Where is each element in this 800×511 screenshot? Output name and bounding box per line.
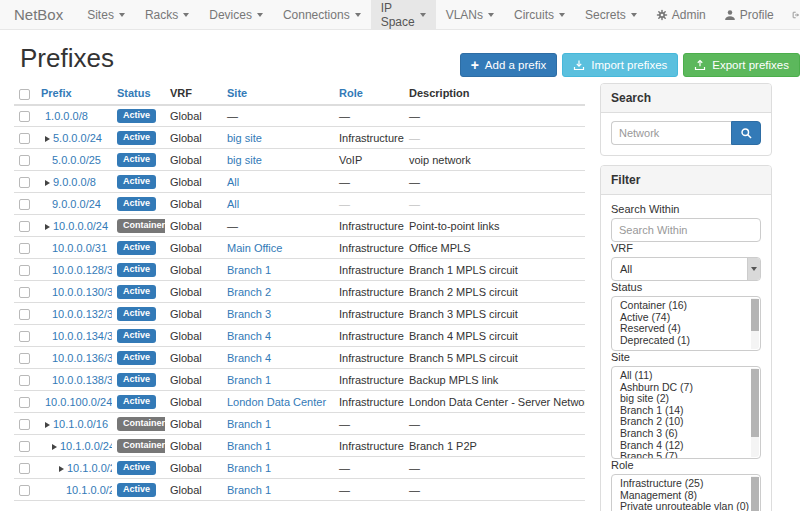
site-link[interactable]: Branch 4 — [227, 330, 271, 342]
site-link[interactable]: Branch 1 — [227, 484, 271, 496]
site-link[interactable]: Branch 2 — [227, 286, 271, 298]
row-checkbox[interactable] — [19, 199, 30, 210]
status-option[interactable]: Container (16) — [612, 300, 760, 312]
prefix-link[interactable]: 9.0.0.0/8 — [53, 176, 96, 188]
site-option[interactable]: All (11) — [612, 370, 760, 382]
prefix-link[interactable]: 10.0.0.136/31 — [52, 352, 112, 364]
row-checkbox[interactable] — [19, 155, 30, 166]
site-link[interactable]: Branch 1 — [227, 418, 271, 430]
role-option[interactable]: Private unrouteable vlan (0) — [612, 501, 760, 511]
prefix-link[interactable]: 1.0.0.0/8 — [45, 110, 88, 122]
site-link[interactable]: big site — [227, 132, 262, 144]
nav-item-admin[interactable]: Admin — [647, 0, 715, 29]
row-checkbox[interactable] — [19, 375, 30, 386]
site-option[interactable]: Branch 5 (7) — [612, 451, 760, 459]
add-prefix-button[interactable]: + Add a prefix — [460, 53, 558, 77]
prefix-link[interactable]: 5.0.0.0/25 — [52, 154, 101, 166]
nav-item-connections[interactable]: Connections — [273, 0, 371, 29]
vrf-select-dropdown-button[interactable] — [747, 258, 760, 280]
row-checkbox[interactable] — [19, 353, 30, 364]
row-checkbox[interactable] — [19, 331, 30, 342]
prefix-link[interactable]: 10.0.0.128/31 — [52, 264, 112, 276]
prefix-link[interactable]: 10.0.0.132/31 — [52, 308, 112, 320]
role-filter-listbox[interactable]: Infrastructure (25)Management (8)Private… — [611, 474, 761, 511]
search-within-input[interactable] — [611, 218, 761, 242]
status-option[interactable]: Deprecated (1) — [612, 335, 760, 347]
row-checkbox[interactable] — [19, 463, 30, 474]
prefix-link[interactable]: 10.1.0.0/26 — [66, 484, 112, 496]
row-checkbox[interactable] — [19, 419, 30, 430]
column-header-prefix[interactable]: Prefix — [36, 83, 112, 105]
nav-item-devices[interactable]: Devices — [199, 0, 273, 29]
nav-item-secrets[interactable]: Secrets — [575, 0, 647, 29]
site-filter-listbox[interactable]: All (11)Ashburn DC (7)big site (2)Branch… — [611, 366, 761, 459]
nav-item-profile[interactable]: Profile — [715, 0, 783, 29]
prefix-link[interactable]: 10.0.0.0/31 — [52, 242, 107, 254]
row-checkbox[interactable] — [19, 177, 30, 188]
status-badge: Active — [117, 329, 156, 343]
row-checkbox[interactable] — [19, 441, 30, 452]
site-link[interactable]: All — [227, 176, 239, 188]
scrollbar-thumb[interactable] — [751, 477, 759, 511]
nav-item-ip-space[interactable]: IP Space — [371, 0, 436, 29]
site-option[interactable]: Branch 3 (6) — [612, 428, 760, 440]
site-link[interactable]: All — [227, 198, 239, 210]
role-option[interactable]: Infrastructure (25) — [612, 478, 760, 490]
logout-icon — [792, 9, 799, 21]
site-link[interactable]: Branch 1 — [227, 440, 271, 452]
row-checkbox[interactable] — [19, 111, 30, 122]
table-row: 10.0.0.0/31ActiveGlobalMain OfficeInfras… — [14, 237, 585, 259]
site-link[interactable]: Branch 1 — [227, 374, 271, 386]
status-badge: Active — [117, 483, 156, 497]
site-link[interactable]: Branch 3 — [227, 308, 271, 320]
row-checkbox[interactable] — [19, 265, 30, 276]
prefix-link[interactable]: 10.1.0.0/16 — [53, 418, 108, 430]
scrollbar-thumb[interactable] — [751, 299, 759, 331]
row-checkbox[interactable] — [19, 221, 30, 232]
site-link[interactable]: Branch 1 — [227, 264, 271, 276]
prefix-link[interactable]: 10.0.100.0/24 — [45, 396, 112, 408]
row-checkbox[interactable] — [19, 287, 30, 298]
row-checkbox[interactable] — [19, 133, 30, 144]
site-link[interactable]: big site — [227, 154, 262, 166]
prefix-link[interactable]: 9.0.0.0/24 — [52, 198, 101, 210]
row-checkbox[interactable] — [19, 485, 30, 496]
vrf-select[interactable]: All — [611, 257, 761, 281]
search-input[interactable] — [611, 121, 731, 145]
column-header-status[interactable]: Status — [112, 83, 165, 105]
prefix-link[interactable]: 10.0.0.130/31 — [52, 286, 112, 298]
prefix-link[interactable]: 10.1.0.0/24 — [60, 440, 112, 452]
table-row: 10.1.0.0/24ContainerGlobalBranch 1Infras… — [14, 435, 585, 457]
row-checkbox[interactable] — [19, 397, 30, 408]
export-prefixes-button[interactable]: Export prefixes — [683, 53, 800, 77]
vrf-value: Global — [170, 132, 202, 144]
nav-item-sites[interactable]: Sites — [77, 0, 135, 29]
prefix-table-container: Prefix Status VRF Site Role Description … — [14, 83, 585, 501]
column-header-site[interactable]: Site — [222, 83, 334, 105]
nav-item-log-out[interactable]: Log out — [783, 0, 800, 29]
nav-item-racks[interactable]: Racks — [135, 0, 199, 29]
scrollbar-thumb[interactable] — [751, 369, 759, 437]
prefix-link[interactable]: 10.0.0.138/31 — [52, 374, 112, 386]
column-header-role[interactable]: Role — [334, 83, 404, 105]
site-value: — — [227, 110, 238, 122]
nav-item-circuits[interactable]: Circuits — [504, 0, 575, 29]
table-row: 10.0.0.132/31ActiveGlobalBranch 3Infrast… — [14, 303, 585, 325]
import-prefixes-button[interactable]: Import prefixes — [562, 53, 678, 77]
prefix-link[interactable]: 10.0.0.134/31 — [52, 330, 112, 342]
row-checkbox[interactable] — [19, 309, 30, 320]
site-link[interactable]: Branch 1 — [227, 462, 271, 474]
site-link[interactable]: Main Office — [227, 242, 282, 254]
row-checkbox[interactable] — [19, 243, 30, 254]
prefix-link[interactable]: 10.1.0.0/25 — [67, 462, 112, 474]
nav-item-vlans[interactable]: VLANs — [436, 0, 504, 29]
search-button[interactable] — [731, 121, 761, 145]
select-all-checkbox[interactable] — [19, 89, 30, 100]
status-badge: Active — [117, 109, 156, 123]
netbox-logo[interactable]: NetBox — [14, 0, 63, 29]
site-link[interactable]: London Data Center — [227, 396, 326, 408]
status-filter-listbox[interactable]: Container (16)Active (74)Reserved (4)Dep… — [611, 296, 761, 351]
prefix-link[interactable]: 5.0.0.0/24 — [53, 132, 102, 144]
site-link[interactable]: Branch 4 — [227, 352, 271, 364]
prefix-link[interactable]: 10.0.0.0/24 — [53, 220, 108, 232]
